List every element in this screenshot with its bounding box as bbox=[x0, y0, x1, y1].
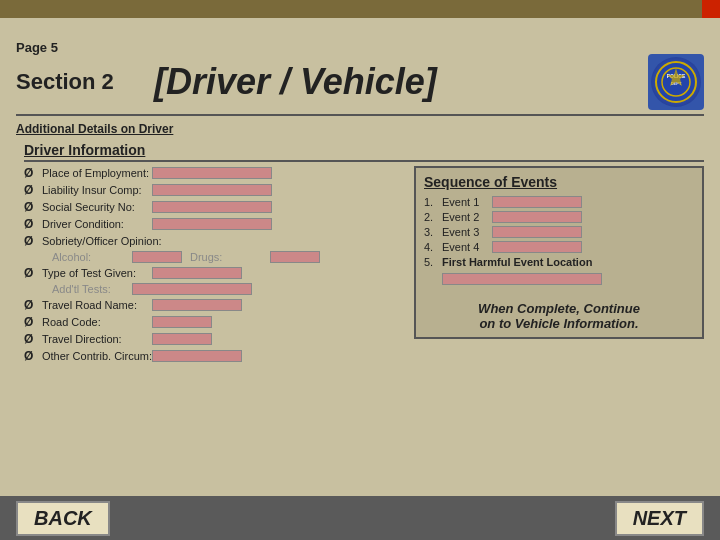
liability-input[interactable] bbox=[152, 184, 272, 196]
event-2-input[interactable] bbox=[492, 211, 582, 223]
driver-info-header: Driver Information bbox=[24, 142, 704, 162]
event-3-label: Event 3 bbox=[442, 226, 492, 238]
police-badge: POLICE DEPT bbox=[648, 54, 704, 110]
liability-row: Ø Liability Insur Comp: bbox=[24, 183, 404, 197]
drugs-input[interactable] bbox=[270, 251, 320, 263]
driver-condition-label: Driver Condition: bbox=[42, 218, 152, 230]
alcohol-label: Alcohol: bbox=[52, 251, 132, 263]
travel-direction-row: Ø Travel Direction: bbox=[24, 332, 404, 346]
top-bar bbox=[0, 0, 720, 18]
other-contrib-label: Other Contrib. Circum: bbox=[42, 350, 152, 362]
bullet-1: Ø bbox=[24, 166, 38, 180]
next-button[interactable]: NEXT bbox=[615, 501, 704, 536]
page-label: Page 5 bbox=[16, 40, 58, 55]
divider bbox=[16, 114, 704, 116]
addtl-tests-label: Add'tl Tests: bbox=[52, 283, 132, 295]
addtl-tests-row: Add'tl Tests: bbox=[52, 283, 404, 295]
liability-label: Liability Insur Comp: bbox=[42, 184, 152, 196]
event-4-num: 4. bbox=[424, 241, 442, 253]
sequence-box: Sequence of Events 1. Event 1 2. Event 2… bbox=[414, 166, 704, 339]
ssn-input[interactable] bbox=[152, 201, 272, 213]
badge-inner: POLICE DEPT bbox=[651, 57, 701, 107]
harmful-event-input[interactable] bbox=[442, 273, 602, 285]
event-1-row: 1. Event 1 bbox=[424, 196, 694, 208]
red-corner bbox=[702, 0, 720, 18]
driver-condition-row: Ø Driver Condition: bbox=[24, 217, 404, 231]
event-1-label: Event 1 bbox=[442, 196, 492, 208]
section-title-row: Section 2 [Driver / Vehicle] POLICE DEPT bbox=[16, 54, 704, 110]
harmful-event-num: 5. bbox=[424, 256, 442, 268]
road-code-label: Road Code: bbox=[42, 316, 152, 328]
event-2-num: 2. bbox=[424, 211, 442, 223]
section-label: Section 2 bbox=[16, 69, 136, 95]
addtl-tests-input[interactable] bbox=[132, 283, 252, 295]
test-type-row: Ø Type of Test Given: bbox=[24, 266, 404, 280]
bullet-10: Ø bbox=[24, 349, 38, 363]
bottom-bar: BACK NEXT bbox=[0, 496, 720, 540]
two-col-layout: Ø Place of Employment: Ø Liability Insur… bbox=[24, 166, 704, 366]
bullet-6: Ø bbox=[24, 266, 38, 280]
bullet-5: Ø bbox=[24, 234, 38, 248]
when-complete-text: When Complete, Continueon to Vehicle Inf… bbox=[424, 301, 694, 331]
additional-details-label: Additional Details on Driver bbox=[16, 122, 704, 136]
test-type-label: Type of Test Given: bbox=[42, 267, 152, 279]
other-contrib-input[interactable] bbox=[152, 350, 242, 362]
harmful-input-row bbox=[442, 271, 694, 289]
sequence-title: Sequence of Events bbox=[424, 174, 694, 190]
main-content: Page 5 Section 2 [Driver / Vehicle] POLI… bbox=[0, 18, 720, 540]
employment-label: Place of Employment: bbox=[42, 167, 152, 179]
event-3-input[interactable] bbox=[492, 226, 582, 238]
left-column: Ø Place of Employment: Ø Liability Insur… bbox=[24, 166, 404, 366]
travel-road-input[interactable] bbox=[152, 299, 242, 311]
event-1-input[interactable] bbox=[492, 196, 582, 208]
travel-road-row: Ø Travel Road Name: bbox=[24, 298, 404, 312]
event-4-label: Event 4 bbox=[442, 241, 492, 253]
driver-vehicle-title: [Driver / Vehicle] bbox=[154, 61, 437, 103]
ssn-row: Ø Social Security No: bbox=[24, 200, 404, 214]
test-type-input[interactable] bbox=[152, 267, 242, 279]
ssn-label: Social Security No: bbox=[42, 201, 152, 213]
bullet-9: Ø bbox=[24, 332, 38, 346]
event-2-row: 2. Event 2 bbox=[424, 211, 694, 223]
bullet-8: Ø bbox=[24, 315, 38, 329]
road-code-input[interactable] bbox=[152, 316, 212, 328]
event-3-num: 3. bbox=[424, 226, 442, 238]
driver-info-box: Driver Information Ø Place of Employment… bbox=[16, 140, 704, 366]
event-4-row: 4. Event 4 bbox=[424, 241, 694, 253]
drugs-label: Drugs: bbox=[190, 251, 270, 263]
harmful-event-row: 5. First Harmful Event Location bbox=[424, 256, 694, 268]
employment-input[interactable] bbox=[152, 167, 272, 179]
road-code-row: Ø Road Code: bbox=[24, 315, 404, 329]
place-of-employment-row: Ø Place of Employment: bbox=[24, 166, 404, 180]
alcohol-input[interactable] bbox=[132, 251, 182, 263]
alcohol-drugs-row: Alcohol: Drugs: bbox=[52, 251, 404, 263]
bullet-2: Ø bbox=[24, 183, 38, 197]
right-column: Sequence of Events 1. Event 1 2. Event 2… bbox=[414, 166, 704, 366]
event-2-label: Event 2 bbox=[442, 211, 492, 223]
other-contrib-row: Ø Other Contrib. Circum: bbox=[24, 349, 404, 363]
harmful-event-label: First Harmful Event Location bbox=[442, 256, 592, 268]
sobriety-label: Sobriety/Officer Opinion: bbox=[42, 235, 162, 247]
event-1-num: 1. bbox=[424, 196, 442, 208]
travel-direction-input[interactable] bbox=[152, 333, 212, 345]
event-4-input[interactable] bbox=[492, 241, 582, 253]
driver-condition-input[interactable] bbox=[152, 218, 272, 230]
travel-direction-label: Travel Direction: bbox=[42, 333, 152, 345]
event-3-row: 3. Event 3 bbox=[424, 226, 694, 238]
bullet-3: Ø bbox=[24, 200, 38, 214]
travel-road-label: Travel Road Name: bbox=[42, 299, 152, 311]
sobriety-row: Ø Sobriety/Officer Opinion: bbox=[24, 234, 404, 248]
back-button[interactable]: BACK bbox=[16, 501, 110, 536]
bullet-4: Ø bbox=[24, 217, 38, 231]
bullet-7: Ø bbox=[24, 298, 38, 312]
